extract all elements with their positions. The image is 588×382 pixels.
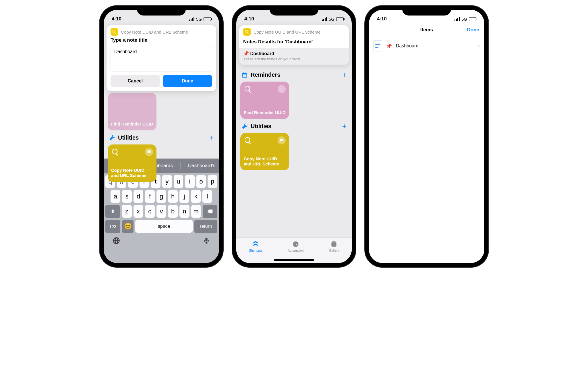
key-n[interactable]: n bbox=[179, 205, 189, 218]
done-button[interactable]: Done bbox=[163, 75, 212, 87]
pin-icon: 📌 bbox=[386, 43, 392, 49]
background-content: Reminders + Find Reminder UUID Utilities bbox=[236, 65, 352, 173]
home-indicator[interactable] bbox=[274, 259, 314, 261]
tab-automation[interactable]: Automation bbox=[288, 240, 304, 252]
cellular-signal-icon bbox=[322, 17, 327, 21]
shortcut-icon bbox=[111, 28, 118, 36]
background-content: Find Reminder UUID Utilities + Copy Note… bbox=[108, 93, 215, 182]
shortcut-tile-copy-uuid[interactable]: Copy Note UUID and URL Scheme bbox=[240, 133, 289, 170]
clock: 4:10 bbox=[377, 16, 387, 22]
shortcut-tile-reminder[interactable]: Find Reminder UUID bbox=[108, 93, 156, 130]
key-b[interactable]: b bbox=[168, 205, 178, 218]
shortcut-icon bbox=[243, 28, 251, 36]
clock: 4:10 bbox=[244, 16, 254, 22]
cellular-signal-icon bbox=[454, 17, 460, 21]
tab-bar: Shortcuts Automation Gallery bbox=[236, 237, 352, 263]
prompt-title: Type a note title bbox=[107, 37, 216, 46]
backspace-key[interactable] bbox=[203, 205, 217, 218]
battery-icon bbox=[204, 17, 211, 21]
shortcut-name: Copy Note UUID and URL Scheme bbox=[121, 30, 188, 34]
battery-icon bbox=[336, 17, 344, 21]
svg-point-2 bbox=[283, 89, 283, 90]
add-button[interactable]: + bbox=[342, 70, 347, 79]
key-d[interactable]: d bbox=[134, 190, 143, 203]
item-label: Dashboard bbox=[396, 43, 418, 49]
magnify-icon bbox=[111, 148, 120, 157]
svg-point-0 bbox=[280, 89, 281, 90]
key-j[interactable]: j bbox=[179, 190, 189, 203]
key-f[interactable]: f bbox=[145, 190, 155, 203]
key-s[interactable]: s bbox=[122, 190, 132, 203]
cancel-button[interactable]: Cancel bbox=[111, 75, 160, 87]
key-v[interactable]: v bbox=[156, 205, 166, 218]
clock: 4:10 bbox=[112, 16, 121, 22]
page-title: Items bbox=[420, 27, 433, 33]
globe-icon[interactable] bbox=[112, 237, 120, 246]
magnify-icon bbox=[244, 85, 252, 94]
results-title: Notes Results for 'Dashboard' bbox=[239, 37, 349, 48]
result-subtitle: These are the things on your mind. bbox=[243, 57, 345, 61]
document-icon bbox=[374, 40, 382, 51]
key-z[interactable]: z bbox=[122, 205, 131, 218]
key-g[interactable]: g bbox=[156, 190, 166, 203]
key-c[interactable]: c bbox=[145, 205, 155, 218]
shift-key[interactable] bbox=[105, 205, 120, 218]
notch bbox=[137, 6, 186, 16]
phone-2: 4:10 5G Copy Note UUID and URL Scheme No… bbox=[232, 6, 356, 267]
network-label: 5G bbox=[196, 17, 202, 22]
wrench-icon bbox=[109, 135, 115, 141]
note-title-input[interactable]: Dashboard bbox=[111, 46, 212, 72]
svg-rect-5 bbox=[332, 241, 336, 242]
key-a[interactable]: a bbox=[111, 190, 120, 203]
space-key[interactable]: space bbox=[135, 220, 193, 233]
section-title-utilities: Utilities bbox=[251, 123, 271, 130]
phone-1: 4:10 5G Copy Note UUID and URL Scheme Ty… bbox=[100, 6, 223, 267]
message-icon bbox=[145, 148, 153, 156]
key-row-4: 123 😊 space return bbox=[104, 218, 219, 233]
list-item[interactable]: 📌 Dashboard › bbox=[369, 37, 484, 55]
ask-for-input-dialog: Copy Note UUID and URL Scheme Type a not… bbox=[107, 25, 216, 91]
done-button[interactable]: Done bbox=[467, 27, 479, 33]
nav-bar: Items Done bbox=[369, 24, 484, 37]
section-title-utilities: Utilities bbox=[118, 134, 139, 141]
battery-icon bbox=[469, 17, 476, 21]
cellular-signal-icon bbox=[189, 17, 194, 21]
ellipsis-icon bbox=[278, 85, 286, 93]
tab-gallery[interactable]: Gallery bbox=[329, 240, 339, 252]
calendar-icon bbox=[241, 72, 248, 78]
numbers-key[interactable]: 123 bbox=[105, 220, 120, 233]
key-h[interactable]: h bbox=[168, 190, 178, 203]
magnify-icon bbox=[244, 136, 252, 145]
key-k[interactable]: k bbox=[191, 190, 201, 203]
emoji-key[interactable]: 😊 bbox=[122, 220, 134, 233]
pin-icon: 📌 bbox=[243, 51, 249, 56]
key-l[interactable]: l bbox=[202, 190, 212, 203]
notch bbox=[270, 6, 318, 16]
choose-from-list-dialog: Copy Note UUID and URL Scheme Notes Resu… bbox=[239, 25, 349, 65]
add-button[interactable]: + bbox=[342, 122, 347, 131]
key-m[interactable]: m bbox=[191, 205, 201, 218]
tab-shortcuts[interactable]: Shortcuts bbox=[249, 240, 262, 252]
shortcut-name: Copy Note UUID and URL Scheme bbox=[254, 30, 321, 34]
network-label: 5G bbox=[329, 17, 334, 22]
svg-point-1 bbox=[281, 89, 282, 90]
chevron-right-icon: › bbox=[478, 43, 480, 49]
message-icon bbox=[278, 136, 286, 144]
notch bbox=[402, 6, 451, 16]
key-row-3: z x c v b n m bbox=[104, 203, 219, 218]
svg-rect-4 bbox=[332, 242, 336, 247]
result-row[interactable]: 📌 Dashboard These are the things on your… bbox=[239, 48, 349, 65]
wrench-icon bbox=[241, 123, 248, 130]
add-button[interactable]: + bbox=[210, 133, 214, 142]
key-row-2: a s d f g h j k l bbox=[104, 188, 219, 203]
return-key[interactable]: return bbox=[194, 220, 217, 233]
shortcut-tile-reminder[interactable]: Find Reminder UUID bbox=[240, 82, 289, 119]
key-x[interactable]: x bbox=[134, 205, 143, 218]
section-title-reminders: Reminders bbox=[251, 72, 280, 78]
mic-icon[interactable] bbox=[202, 237, 210, 246]
shortcut-tile-copy-uuid[interactable]: Copy Note UUID and URL Scheme bbox=[108, 144, 156, 182]
network-label: 5G bbox=[461, 17, 467, 22]
phone-3: 4:10 5G Items Done 📌 Dashboard › bbox=[365, 6, 488, 267]
